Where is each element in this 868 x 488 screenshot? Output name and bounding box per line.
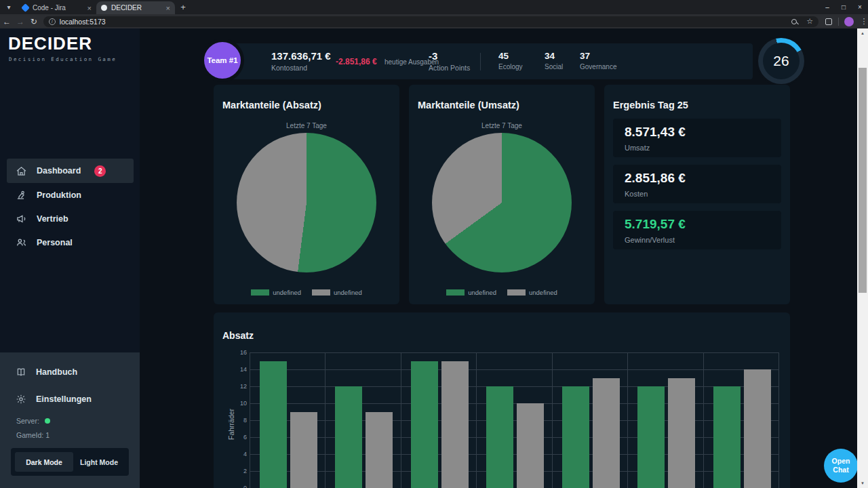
address-bar[interactable]: i localhost:5173 ☆ (43, 16, 818, 27)
browser-tab-jira[interactable]: Code - Jira × (18, 1, 96, 14)
stat-value: 5.719,57 € (625, 217, 686, 232)
forward-icon[interactable]: → (14, 17, 27, 26)
gridline (476, 352, 477, 488)
kontostand-value: 137.636,71 € (271, 50, 331, 62)
browser-menu-icon[interactable]: ⋮ (860, 17, 868, 26)
action-points-value: -3 (429, 50, 437, 62)
sidebar-item-handbuch[interactable]: Handbuch (7, 362, 134, 382)
window-controls: – □ × (819, 0, 868, 14)
sidebar-item-produktion[interactable]: Produktion (7, 183, 134, 207)
toolbar-divider (838, 18, 839, 26)
bar-green (713, 386, 741, 488)
y-tick-label: 16 (233, 349, 247, 356)
ecology-value: 45 (498, 51, 509, 61)
light-mode-button[interactable]: Light Mode (73, 452, 125, 472)
y-tick-label: 6 (233, 434, 247, 441)
stat-value: 2.851,86 € (625, 171, 686, 186)
search-icon[interactable] (791, 19, 797, 24)
gridline (250, 437, 778, 438)
app-logo: DECIDER (8, 33, 92, 54)
absatz-chart-card: Absatz Fahrräder 0246810121416 (214, 312, 790, 488)
gridline (250, 454, 778, 455)
maximize-icon[interactable]: □ (835, 0, 852, 14)
legend-label: undefined (273, 289, 301, 296)
gridline (703, 352, 704, 488)
site-info-icon[interactable]: i (49, 18, 56, 25)
marktanteile-umsatz-card: Marktanteile (Umsatz) Letzte 7 Tage unde… (409, 85, 595, 304)
stat-label: Kosten (625, 190, 648, 198)
bar-plot: 0246810121416 (250, 352, 778, 488)
gridline (778, 352, 779, 488)
sidebar-item-vertrieb[interactable]: Vertrieb (7, 207, 134, 230)
browser-tab-decider[interactable]: DECIDER × (96, 1, 175, 14)
reload-icon[interactable]: ↻ (27, 17, 41, 26)
gear-icon (16, 394, 26, 405)
profile-avatar[interactable] (844, 17, 854, 26)
sidebar-item-label: Vertrieb (37, 214, 68, 224)
gridline (552, 352, 553, 488)
bookmark-star-icon[interactable]: ☆ (806, 17, 813, 26)
card-title: Absatz (222, 330, 254, 341)
book-icon (16, 367, 26, 378)
gridline (250, 386, 778, 387)
sidebar-item-dashboard[interactable]: Dashboard 2 (7, 159, 134, 183)
house-icon (16, 165, 27, 177)
sidebar-item-label: Handbuch (36, 367, 77, 377)
pie-legend: undefined undefined (409, 289, 595, 296)
sidebar-item-label: Personal (37, 238, 73, 247)
close-icon[interactable]: × (852, 0, 868, 14)
bar-green (486, 386, 513, 488)
robot-arm-icon (16, 189, 27, 201)
app-logo-subtitle: Decision Education Game (9, 56, 117, 62)
team-avatar[interactable]: Team #1 (201, 39, 244, 82)
tab-close-icon[interactable]: × (87, 4, 92, 12)
scroll-up-icon[interactable]: ▲ (857, 28, 868, 38)
url-text[interactable]: localhost:5173 (60, 18, 787, 26)
sidebar-item-label: Einstellungen (36, 394, 92, 404)
action-points-label: Action Points (429, 64, 470, 72)
tab-group-icon[interactable] (825, 18, 832, 25)
legend-item: undefined (251, 289, 301, 296)
server-status: Server: (16, 417, 50, 425)
dark-mode-button[interactable]: Dark Mode (15, 452, 73, 472)
legend-swatch (251, 289, 269, 296)
stat-label: Gewinn/Verlust (625, 236, 675, 244)
governance-value: 37 (580, 51, 590, 61)
tab-close-icon[interactable]: × (166, 4, 170, 12)
gridline (250, 369, 778, 370)
legend-swatch (507, 289, 526, 296)
bar-gray (290, 412, 317, 488)
scroll-down-icon[interactable]: ▼ (857, 479, 868, 488)
y-tick-label: 12 (233, 383, 247, 390)
page-scrollbar[interactable]: ▲ ▼ (857, 28, 868, 488)
bar-gray (593, 378, 620, 488)
browser-toolbar: ← → ↻ i localhost:5173 ☆ ⋮ (0, 14, 868, 28)
tab-search-button[interactable]: ▾ (0, 0, 18, 14)
server-label: Server: (16, 417, 39, 425)
bar-gray (441, 361, 469, 488)
gridline (250, 352, 250, 488)
bar-green (411, 361, 438, 488)
megaphone-icon (16, 213, 27, 224)
legend-label: undefined (529, 289, 557, 296)
server-status-dot (45, 418, 50, 424)
umsatz-stat: 8.571,43 € Umsatz (613, 119, 781, 157)
jira-favicon-icon (21, 3, 30, 12)
scrollbar-thumb[interactable] (859, 68, 867, 293)
back-icon[interactable]: ← (0, 17, 14, 26)
social-label: Social (545, 63, 563, 70)
social-value: 34 (545, 51, 555, 61)
people-icon (16, 237, 27, 248)
open-chat-button[interactable]: Open Chat (824, 449, 858, 483)
ecology-label: Ecology (498, 63, 523, 70)
bar-green (562, 386, 589, 488)
legend-item: undefined (446, 289, 496, 296)
sidebar-item-label: Produktion (37, 190, 81, 200)
sidebar-item-personal[interactable]: Personal (7, 230, 134, 254)
sidebar-item-einstellungen[interactable]: Einstellungen (7, 389, 134, 409)
header-divider (480, 53, 481, 70)
governance-label: Governance (580, 63, 616, 70)
new-tab-button[interactable]: + (175, 0, 191, 14)
minimize-icon[interactable]: – (819, 0, 835, 14)
bar-gray (744, 369, 771, 488)
